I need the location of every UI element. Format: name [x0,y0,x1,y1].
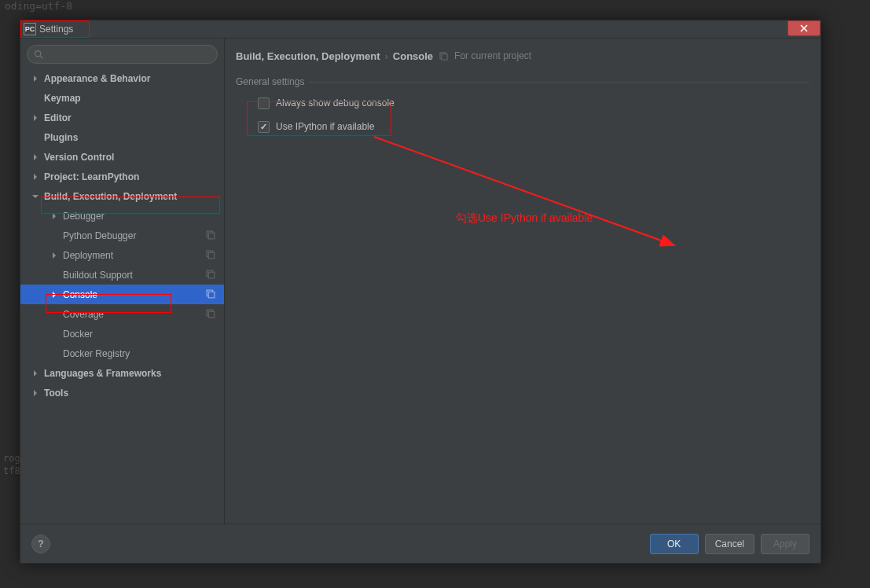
chevron-right-icon [50,212,58,220]
chevron-right-icon [31,114,39,122]
sidebar: Appearance & BehaviorKeymapEditorPlugins… [20,39,225,524]
chevron-right-icon [31,369,39,377]
tree-item-python-debugger[interactable]: Python Debugger [20,226,224,245]
tree-item-docker-registry[interactable]: Docker Registry [20,344,224,363]
tree-item-appearance-behavior[interactable]: Appearance & Behavior [20,68,224,88]
tree-item-languages-frameworks[interactable]: Languages & Frameworks [20,363,224,383]
chevron-right-icon [31,153,39,161]
svg-rect-7 [208,272,215,278]
tree-item-label: Appearance & Behavior [44,73,224,84]
close-icon [800,24,808,32]
tree-item-label: Plugins [44,132,224,143]
svg-line-15 [374,137,674,245]
tree-item-keymap[interactable]: Keymap [20,88,224,108]
dialog-title: Settings [39,24,73,35]
project-scope-icon [206,289,216,300]
search-input[interactable] [27,45,218,64]
tree-item-label: Tools [44,388,224,399]
cancel-button[interactable]: Cancel [705,534,754,554]
chevron-right-icon [31,389,39,397]
titlebar[interactable]: PC Settings [20,20,820,38]
svg-rect-9 [208,292,215,298]
chevron-right-icon [50,252,58,259]
app-icon: PC [24,23,36,35]
tree-item-plugins[interactable]: Plugins [20,127,224,147]
dialog-body: Appearance & BehaviorKeymapEditorPlugins… [20,38,820,524]
tree-item-label: Keymap [44,93,224,104]
svg-rect-11 [208,311,215,318]
tree-item-label: Docker [63,329,224,340]
tree-item-buildout-support[interactable]: Buildout Support [20,265,224,285]
tree-item-label: Languages & Frameworks [44,368,224,379]
project-scope-icon [206,309,216,319]
chevron-right-icon [31,173,39,181]
tree-item-label: Console [63,289,206,300]
option-always-show-debug-console[interactable]: Always show debug console [236,95,809,111]
checkbox-unchecked[interactable] [258,97,270,109]
project-scope-icon [439,52,448,61]
annotation-arrow [335,121,688,278]
ok-button[interactable]: OK [650,534,699,554]
tree-item-label: Docker Registry [63,348,224,359]
tree-item-project-learnpython[interactable]: Project: LearnPython [20,167,224,186]
tree-item-label: Editor [44,112,224,123]
breadcrumb: Build, Execution, Deployment › Console F… [236,46,809,65]
project-scope-icon [206,270,216,280]
breadcrumb-section[interactable]: Build, Execution, Deployment [236,50,380,62]
option-use-ipython[interactable]: Use IPython if available [236,119,809,134]
chevron-right-icon [31,75,39,83]
annotation-text: 勾选Use IPython if available [456,211,593,226]
tree-item-label: Python Debugger [63,230,206,241]
tree-item-coverage[interactable]: Coverage [20,304,224,324]
tree-item-label: Project: LearnPython [44,171,224,182]
project-scope-icon [206,230,216,241]
tree-item-debugger[interactable]: Debugger [20,206,224,226]
svg-line-1 [40,56,42,58]
background-code-hint: oding=utf-8 [0,0,77,12]
option-label: Always show debug console [276,97,395,108]
project-scope-label: For current project [454,50,531,61]
svg-rect-3 [208,233,215,239]
settings-dialog: PC Settings Appearance & BehaviorKe [20,20,821,564]
search-icon [34,50,44,60]
tree-item-deployment[interactable]: Deployment [20,245,224,265]
chevron-right-icon [50,291,58,299]
tree-item-docker[interactable]: Docker [20,324,224,344]
svg-rect-5 [208,252,215,259]
tree-item-label: Buildout Support [63,270,206,281]
tree-item-label: Deployment [63,250,206,261]
tree-item-label: Build, Execution, Deployment [44,191,224,202]
close-button[interactable] [787,20,820,36]
tree-item-label: Debugger [63,211,224,222]
tree-item-tools[interactable]: Tools [20,383,224,402]
tree-item-build-execution-deployment[interactable]: Build, Execution, Deployment [20,186,224,206]
tree-item-label: Version Control [44,152,224,163]
svg-rect-13 [442,53,447,59]
apply-button[interactable]: Apply [761,534,809,554]
svg-point-0 [35,50,41,56]
general-settings-header: General settings [236,76,809,87]
option-label: Use IPython if available [276,121,374,132]
tree-item-version-control[interactable]: Version Control [20,147,224,167]
tree-item-console[interactable]: Console [20,285,224,304]
help-button[interactable]: ? [31,535,50,553]
checkbox-checked[interactable] [258,121,270,133]
dialog-footer: ? OK Cancel Apply [20,524,820,563]
tree-item-label: Coverage [63,309,206,320]
tree-item-editor[interactable]: Editor [20,108,224,127]
settings-content: Build, Execution, Deployment › Console F… [225,39,820,524]
settings-tree[interactable]: Appearance & BehaviorKeymapEditorPlugins… [20,68,224,524]
breadcrumb-separator: › [384,50,387,62]
project-scope-icon [206,250,216,260]
chevron-down-icon [31,193,39,200]
breadcrumb-current: Console [393,50,433,62]
